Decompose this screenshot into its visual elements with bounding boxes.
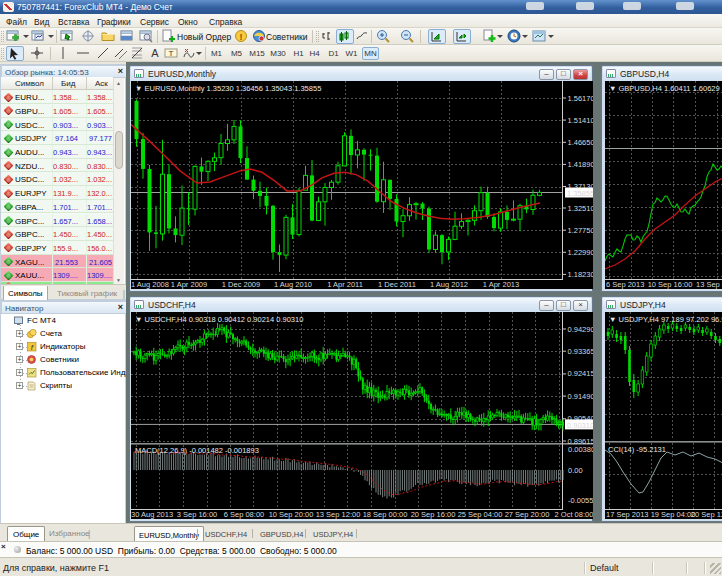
svg-text:1.18230: 1.18230 (568, 270, 594, 279)
svg-text:0.92415: 0.92415 (568, 369, 594, 378)
svg-text:30 Aug 2013: 30 Aug 2013 (131, 510, 173, 519)
svg-text:27 Sep 20:00: 27 Sep 20:00 (505, 510, 550, 519)
svg-text:19 Sep 04:00: 19 Sep 04:00 (651, 510, 696, 519)
svg-text:18 Sep 00:00: 18 Sep 00:00 (363, 510, 408, 519)
svg-text:!: ! (240, 32, 243, 42)
svg-text:0.90310: 0.90310 (567, 421, 593, 430)
svg-text:1.56170: 1.56170 (568, 94, 594, 103)
svg-text:13 Sep 12:00: 13 Sep 12:00 (316, 510, 361, 519)
svg-text:1.41890: 1.41890 (568, 160, 594, 169)
svg-text:MACD(12,26,9) -0.001482 -0.001: MACD(12,26,9) -0.001482 -0.001893 (135, 446, 259, 455)
svg-text:1 Aug 2010: 1 Aug 2010 (274, 280, 312, 289)
svg-text:A: A (151, 47, 159, 59)
svg-text:1.27750: 1.27750 (568, 226, 594, 235)
svg-text:T: T (169, 49, 174, 58)
svg-text:0.93365: 0.93365 (568, 347, 594, 356)
svg-text:10 Sep 20:00: 10 Sep 20:00 (269, 510, 314, 519)
svg-text:1 Apr 2009: 1 Apr 2009 (171, 280, 207, 289)
svg-text:1 Aug 2012: 1 Aug 2012 (430, 280, 468, 289)
svg-text:1.32510: 1.32510 (568, 204, 594, 213)
svg-text:1.51410: 1.51410 (568, 116, 594, 125)
svg-text:0.00: 0.00 (568, 466, 583, 475)
svg-text:17 Sep 2013: 17 Sep 2013 (606, 510, 649, 519)
svg-text:1.35855: 1.35855 (567, 189, 593, 198)
svg-text:▼ USDJPY,H4 97.189 97.202 96.: ▼ USDJPY,H4 97.189 97.202 96.981 9 (609, 315, 722, 324)
svg-text:-0.005522: -0.005522 (568, 496, 593, 505)
svg-text:13 Sep 08:0: 13 Sep 08:0 (696, 280, 722, 289)
svg-text:20 Sep 12:: 20 Sep 12: (691, 510, 722, 519)
svg-text:1 Apr 2011: 1 Apr 2011 (327, 280, 363, 289)
svg-text:1 Dec 2011: 1 Dec 2011 (378, 280, 416, 289)
svg-text:1 Apr 2013: 1 Apr 2013 (483, 280, 519, 289)
svg-text:CCI(14) -95.2131: CCI(14) -95.2131 (608, 445, 666, 454)
svg-text:▼ USDCHF,H4 0.90318 0.90412 0: ▼ USDCHF,H4 0.90318 0.90412 0.90214 0.90… (135, 315, 303, 324)
svg-text:2 Oct 08:00: 2 Oct 08:00 (555, 510, 593, 519)
svg-text:0.91490: 0.91490 (568, 392, 594, 401)
svg-text:1 Aug 2008: 1 Aug 2008 (131, 280, 169, 289)
svg-text:1.46650: 1.46650 (568, 138, 594, 147)
svg-text:0.003801: 0.003801 (568, 445, 593, 454)
svg-text:6 Sep 08:00: 6 Sep 08:00 (224, 510, 264, 519)
svg-text:6 Sep 2013: 6 Sep 2013 (606, 280, 644, 289)
svg-text:25 Sep 04:00: 25 Sep 04:00 (458, 510, 503, 519)
svg-text:▼ GBPUSD,H4 1.60411 1.60629 1: ▼ GBPUSD,H4 1.60411 1.60629 1.603 (609, 84, 722, 93)
svg-text:10 Sep 16:00: 10 Sep 16:00 (648, 280, 693, 289)
svg-text:3 Sep 16:00: 3 Sep 16:00 (177, 510, 217, 519)
svg-text:▼ EURUSD,Monthly 1.35230 1.36: ▼ EURUSD,Monthly 1.35230 1.36456 1.35043… (135, 84, 321, 93)
svg-text:1 Dec 2009: 1 Dec 2009 (222, 280, 260, 289)
svg-text:0.94290: 0.94290 (568, 325, 594, 334)
svg-text:20 Sep 16:00: 20 Sep 16:00 (411, 510, 456, 519)
svg-text:1.22990: 1.22990 (568, 248, 594, 257)
